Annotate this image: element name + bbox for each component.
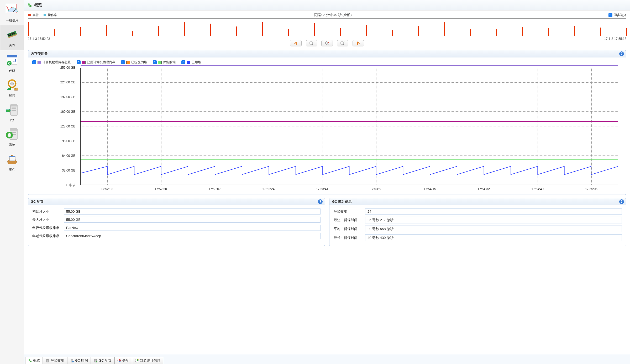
page-title: 概览 — [34, 3, 42, 8]
zoom-in-button[interactable] — [337, 40, 348, 46]
checkbox-icon — [181, 60, 185, 64]
help-icon[interactable]: ? — [619, 199, 624, 204]
svg-point-46 — [29, 359, 30, 361]
legend-item[interactable]: 计算机物理内存总量 — [32, 60, 71, 65]
svg-rect-9 — [7, 55, 17, 57]
sidebar-item-memory[interactable]: 内存 — [0, 25, 24, 50]
tab-1[interactable]: 垃圾收集 — [43, 357, 67, 364]
svg-marker-16 — [7, 87, 11, 90]
main-content: 概览 事件 操作集 间隔: 2 分钟 49 秒 (全部) 同步选择 17-1-3… — [24, 0, 630, 364]
form-row: 初始堆大小55.00 GB — [28, 207, 325, 216]
form-row: 最大堆大小55.00 GB — [28, 216, 325, 224]
code-icon: JC — [5, 53, 19, 68]
svg-point-41 — [341, 42, 343, 44]
svg-rect-20 — [10, 104, 17, 106]
title-icon — [27, 3, 32, 8]
tab-icon — [117, 359, 121, 362]
help-icon[interactable]: ? — [619, 51, 624, 56]
x-tick-label: 17:52:50 — [155, 187, 167, 191]
tab-icon — [28, 359, 32, 362]
nav-right-button[interactable] — [353, 40, 364, 46]
gc-stats-panel: GC 统计信息? 垃圾收集24最短主暂停时间25 毫秒 217 微秒平均主暂停时… — [329, 198, 626, 246]
memory-legend: 计算机物理内存总量已用计算机物理内存已提交的堆保留的堆已用堆 — [28, 57, 626, 66]
gc-stats-title: GC 统计信息 — [332, 200, 352, 204]
svg-point-38 — [325, 42, 328, 44]
tab-2[interactable]: GC 时间 — [67, 357, 91, 364]
svg-rect-25 — [10, 129, 17, 131]
readonly-value: 29 毫秒 558 微秒 — [365, 226, 622, 232]
zoom-reset-button[interactable] — [321, 40, 333, 46]
color-swatch — [187, 61, 190, 64]
legend-item[interactable]: 已提交的堆 — [121, 60, 147, 65]
y-tick-label: 96.00 GB — [28, 139, 75, 143]
y-tick-label: 128.00 GB — [28, 125, 75, 128]
tab-3[interactable]: GC 配置 — [91, 357, 114, 364]
checkbox-icon — [32, 60, 36, 64]
svg-rect-21 — [12, 108, 16, 109]
y-tick-label: 32.00 GB — [28, 169, 75, 172]
svg-marker-34 — [295, 42, 297, 45]
svg-point-18 — [15, 88, 16, 89]
events-legend-label: 事件 — [33, 13, 39, 17]
tab-icon — [94, 359, 97, 362]
svg-rect-49 — [47, 360, 48, 360]
x-tick-label: 17:54:49 — [531, 187, 544, 191]
y-tick-label: 160.00 GB — [28, 110, 75, 114]
form-row: 最短主暂停时间25 毫秒 217 微秒 — [329, 216, 626, 224]
legend-item[interactable]: 已用堆 — [181, 60, 201, 65]
readonly-value: 25 毫秒 217 微秒 — [365, 217, 622, 223]
svg-line-42 — [343, 44, 344, 45]
svg-text:C: C — [8, 61, 11, 65]
readonly-value: 24 — [365, 208, 622, 215]
checkbox-icon — [153, 60, 157, 64]
gc-config-title: GC 配置 — [31, 200, 44, 204]
x-tick-label: 17:53:07 — [208, 187, 221, 191]
sidebar-item-code[interactable]: JC 代码 — [0, 50, 24, 75]
svg-rect-17 — [14, 88, 18, 90]
interval-label: 间隔: 2 分钟 49 秒 (全部) — [57, 13, 608, 17]
sidebar-item-events[interactable]: 事件 — [0, 149, 24, 174]
memory-chart[interactable]: 256.00 GB224.00 GB192.00 GB160.00 GB128.… — [28, 66, 626, 195]
svg-point-56 — [138, 359, 139, 360]
svg-point-32 — [28, 3, 30, 6]
bottom-tabs: 概览垃圾收集GC 时间GC 配置分配对象统计信息 — [24, 354, 630, 364]
tab-icon — [46, 359, 49, 362]
x-tick-label: 17:54:15 — [424, 187, 436, 191]
tab-5[interactable]: 对象统计信息 — [132, 357, 163, 364]
color-swatch — [158, 61, 162, 64]
readonly-value: ParNew — [64, 225, 321, 231]
tab-4[interactable]: 分配 — [114, 357, 132, 364]
memory-icon — [5, 28, 19, 42]
svg-marker-45 — [358, 42, 360, 45]
svg-rect-22 — [12, 110, 16, 111]
threads-icon — [5, 78, 19, 93]
sync-checkbox[interactable]: 同步选择 — [608, 13, 626, 17]
svg-marker-23 — [6, 109, 10, 113]
svg-point-33 — [29, 5, 32, 7]
nav-left-button[interactable] — [290, 40, 302, 46]
help-icon[interactable]: ? — [318, 199, 323, 204]
color-swatch — [126, 61, 130, 64]
overview-header: 事件 操作集 间隔: 2 分钟 49 秒 (全部) 同步选择 — [24, 10, 630, 18]
sidebar-item-general[interactable]: 一般信息 — [0, 0, 24, 25]
checkbox-icon — [121, 60, 125, 64]
readonly-value: 55.00 GB — [64, 217, 321, 223]
legend-item[interactable]: 保留的堆 — [153, 60, 176, 65]
svg-point-40 — [328, 42, 329, 43]
general-icon — [5, 3, 19, 17]
legend-item[interactable]: 已用计算机物理内存 — [77, 60, 115, 65]
tab-0[interactable]: 概览 — [25, 357, 43, 364]
checkbox-icon — [77, 60, 81, 64]
sidebar-item-threads[interactable]: 线程 — [0, 75, 24, 100]
svg-point-47 — [30, 361, 32, 362]
sidebar-item-io[interactable]: I/O — [0, 100, 24, 124]
form-row: 平均主暂停时间29 毫秒 558 微秒 — [329, 224, 626, 233]
sidebar-item-system[interactable]: 系统 — [0, 124, 24, 149]
timeline[interactable] — [28, 18, 626, 36]
zoom-out-button[interactable] — [306, 40, 317, 46]
y-tick-label: 192.00 GB — [28, 95, 75, 99]
svg-point-15 — [10, 82, 14, 85]
x-tick-label: 17:53:58 — [370, 187, 382, 191]
svg-line-36 — [312, 44, 313, 45]
opset-legend-icon — [44, 14, 46, 16]
